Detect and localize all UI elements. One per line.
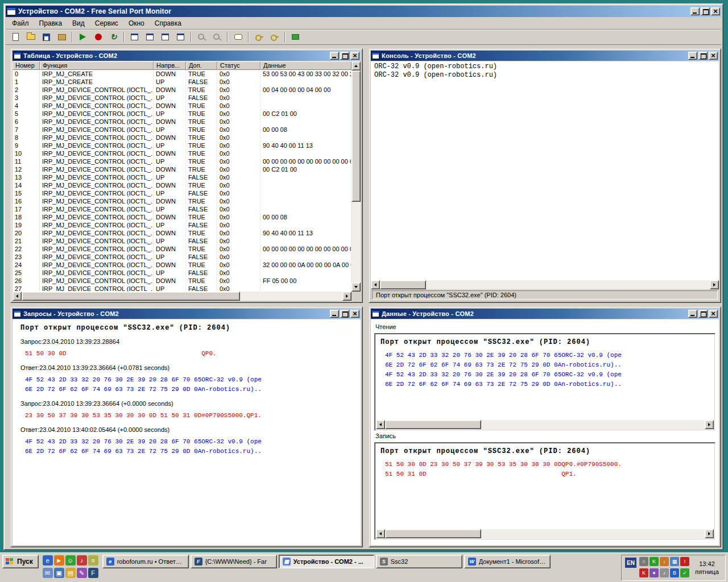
scrollbar-track[interactable] (385, 529, 705, 538)
table-row[interactable]: 14IRP_MJ_DEVICE_CONTROL (IOCTL_...DOWNTR… (13, 181, 351, 189)
language-indicator[interactable]: EN (625, 558, 636, 568)
table-row[interactable]: 18IRP_MJ_DEVICE_CONTROL (IOCTL_...DOWNTR… (13, 213, 351, 221)
find-button[interactable] (195, 31, 209, 43)
find-next-button[interactable] (210, 31, 224, 43)
column-header[interactable]: Номер (13, 61, 40, 70)
table-row[interactable]: 15IRP_MJ_DEVICE_CONTROL (IOCTL_...UPFALS… (13, 189, 351, 197)
table-row[interactable]: 17IRP_MJ_DEVICE_CONTROL (IOCTL_...UPFALS… (13, 205, 351, 213)
task-far[interactable]: F{C:\WWW\Need} - Far (191, 555, 277, 568)
scrollbar-track[interactable] (380, 280, 710, 289)
table-row[interactable]: 0IRP_MJ_CREATEDOWNTRUE0x053 00 53 00 43 … (13, 70, 351, 78)
table-row[interactable]: 7IRP_MJ_DEVICE_CONTROL (IOCTL_...UPTRUE0… (13, 126, 351, 134)
scroll-right-button[interactable] (342, 292, 351, 301)
table-row[interactable]: 25IRP_MJ_DEVICE_CONTROL (IOCTL_...UPFALS… (13, 269, 351, 277)
table-minimize-button[interactable] (330, 52, 339, 60)
scrollbar-thumb[interactable] (385, 529, 481, 538)
table-row[interactable]: 22IRP_MJ_DEVICE_CONTROL (IOCTL_...DOWNTR… (13, 245, 351, 253)
media-player-icon[interactable]: ► (54, 555, 64, 566)
requests-close-button[interactable] (350, 310, 359, 318)
plugin-button[interactable] (288, 31, 303, 43)
show-desktop-icon[interactable]: ▣ (54, 568, 64, 578)
access-button[interactable] (267, 31, 282, 43)
column-header[interactable]: Доп. (186, 61, 217, 70)
column-header[interactable]: Напрв... (154, 61, 186, 70)
console-minimize-button[interactable] (688, 52, 697, 60)
update-tray-icon[interactable]: ↓ (660, 557, 669, 566)
table-row[interactable]: 11IRP_MJ_DEVICE_CONTROL (IOCTL_...UPTRUE… (13, 157, 351, 165)
far-manager-icon[interactable]: F (88, 568, 98, 578)
table-maximize-button[interactable] (340, 52, 349, 60)
requests-minimize-button[interactable] (330, 310, 339, 318)
open-button[interactable] (24, 31, 38, 43)
table-row[interactable]: 24IRP_MJ_DEVICE_CONTROL (IOCTL_...DOWNTR… (13, 261, 351, 269)
scroll-right-button[interactable] (710, 280, 719, 289)
task-serial-monitor[interactable]: ▦Устройство - COM2 - ... (279, 555, 374, 568)
column-header[interactable]: Статус (217, 61, 260, 70)
table-row[interactable]: 26IRP_MJ_DEVICE_CONTROL (IOCTL_...DOWNTR… (13, 277, 351, 285)
table-close-button[interactable] (350, 52, 359, 60)
write-horizontal-scrollbar[interactable] (376, 529, 714, 538)
scroll-right-button[interactable] (705, 529, 714, 538)
table-row[interactable]: 27IRP_MJ_DEVICE_CONTROL (IOCTL_...UPFALS… (13, 285, 351, 292)
winamp-icon[interactable]: ♪ (77, 555, 87, 566)
table-row[interactable]: 21IRP_MJ_DEVICE_CONTROL (IOCTL_...UPFALS… (13, 237, 351, 245)
table-row[interactable]: 20IRP_MJ_DEVICE_CONTROL (IOCTL_...DOWNTR… (13, 229, 351, 237)
scroll-left-button[interactable] (371, 280, 380, 289)
table-row[interactable]: 23IRP_MJ_DEVICE_CONTROL (IOCTL_...UPFALS… (13, 253, 351, 261)
table-row[interactable]: 2IRP_MJ_DEVICE_CONTROL (IOCTL_...DOWNTRU… (13, 86, 351, 94)
ghost-tray-icon[interactable]: ● (650, 568, 659, 577)
restart-monitoring-button[interactable] (106, 31, 121, 43)
console-view-button[interactable] (143, 31, 157, 43)
task-ssc32[interactable]: SSsc32 (376, 555, 462, 568)
data-window-titlebar[interactable]: Данные - Устройство - COM2 (371, 309, 719, 319)
bluetooth-tray-icon[interactable]: B (670, 568, 679, 577)
export-button[interactable] (55, 31, 69, 43)
internet-explorer-icon[interactable]: e (43, 555, 53, 566)
scrollbar-thumb[interactable] (351, 70, 361, 202)
table-row[interactable]: 16IRP_MJ_DEVICE_CONTROL (IOCTL_...DOWNTR… (13, 197, 351, 205)
table-row[interactable]: 19IRP_MJ_DEVICE_CONTROL (IOCTL_...UPFALS… (13, 221, 351, 229)
stop-monitoring-button[interactable] (91, 31, 105, 43)
table-row[interactable]: 5IRP_MJ_DEVICE_CONTROL (IOCTL_...UPTRUE0… (13, 110, 351, 118)
antivirus-tray-icon[interactable]: K (639, 568, 648, 577)
volume-tray-icon[interactable]: ♪ (660, 568, 669, 577)
task-roboforum[interactable]: eroboforum.ru • Ответит... (102, 555, 189, 568)
table-vertical-scrollbar[interactable] (351, 61, 361, 292)
menu-service[interactable]: Сервис (90, 18, 123, 29)
main-titlebar[interactable]: Устройство - COM2 - Free Serial Port Mon… (6, 6, 721, 17)
column-header[interactable]: Функция (40, 61, 154, 70)
close-button[interactable] (711, 7, 720, 15)
kav-tray-icon[interactable]: K (650, 557, 659, 566)
table-row[interactable]: 6IRP_MJ_DEVICE_CONTROL (IOCTL_...DOWNTRU… (13, 118, 351, 126)
search-tray-icon[interactable]: ○ (639, 557, 648, 566)
scroll-down-button[interactable] (351, 282, 361, 292)
scroll-up-button[interactable] (351, 61, 361, 70)
table-row[interactable]: 8IRP_MJ_DEVICE_CONTROL (IOCTL_...DOWNTRU… (13, 134, 351, 142)
tray-clock[interactable]: 13:42 пятница (692, 557, 722, 576)
menu-file[interactable]: Файл (7, 18, 34, 29)
scroll-left-button[interactable] (376, 529, 385, 538)
table-row[interactable]: 1IRP_MJ_CREATEUPFALSE0x0 (13, 78, 351, 86)
requests-view-button[interactable] (158, 31, 172, 43)
data-minimize-button[interactable] (688, 310, 697, 318)
scroll-right-button[interactable] (705, 420, 714, 429)
column-header[interactable]: Данные (260, 61, 351, 70)
table-row[interactable]: 3IRP_MJ_DEVICE_CONTROL (IOCTL_...UPFALSE… (13, 94, 351, 102)
new-button[interactable] (9, 31, 23, 43)
data-close-button[interactable] (709, 310, 718, 318)
start-monitoring-button[interactable] (76, 31, 90, 43)
table-horizontal-scrollbar[interactable] (13, 292, 351, 301)
read-horizontal-scrollbar[interactable] (376, 420, 714, 429)
table-row[interactable]: 10IRP_MJ_DEVICE_CONTROL (IOCTL_...DOWNTR… (13, 149, 351, 157)
paint-icon[interactable]: ✎ (77, 568, 87, 578)
console-close-button[interactable] (709, 52, 718, 60)
minimize-button[interactable] (690, 7, 700, 15)
data-view-button[interactable] (173, 31, 188, 43)
task-word[interactable]: WДокумент1 - Microsoft ... (464, 555, 551, 568)
scrollbar-track[interactable] (22, 292, 342, 301)
menu-help[interactable]: Справка (150, 18, 186, 29)
table-window-titlebar[interactable]: Таблица - Устройство - COM2 (13, 51, 361, 61)
notepad-icon[interactable]: ≡ (88, 555, 98, 566)
spy-button[interactable] (252, 31, 266, 43)
save-button[interactable] (39, 31, 53, 43)
